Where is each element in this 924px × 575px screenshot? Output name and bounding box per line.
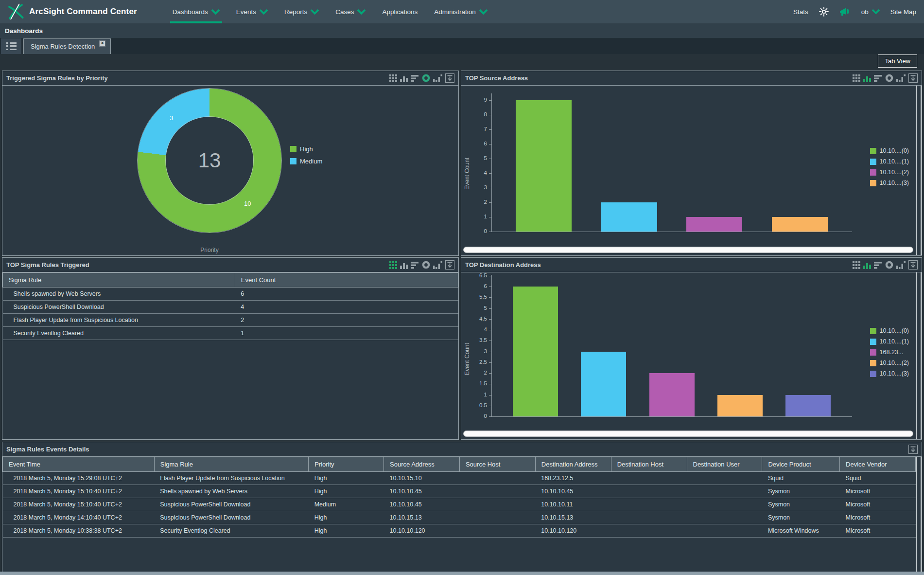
bar-chart-icon[interactable] [400, 261, 408, 269]
column-header[interactable]: Destination Address [535, 457, 611, 472]
stats-link[interactable]: Stats [793, 8, 808, 16]
collapse-arrow-icon[interactable] [908, 73, 918, 83]
table-cell: 10.10.15.10 [384, 472, 460, 485]
legend-label: 10.10....(2) [880, 169, 909, 176]
table-cell: Shells spawned by Web Servers [154, 485, 308, 498]
y-tick-mark [489, 308, 491, 309]
donut-legend: HighMedium [290, 145, 322, 165]
bar-10.10....(3)[interactable] [785, 395, 831, 417]
settings-sun-icon[interactable] [819, 7, 829, 17]
nav-item-dashboards[interactable]: Dashboards [164, 0, 228, 23]
combo-chart-icon[interactable] [433, 261, 442, 269]
bar-10.10....(1)[interactable] [581, 352, 626, 417]
bar-10.10....(2)[interactable] [686, 217, 742, 232]
grid-view-icon[interactable] [853, 74, 860, 82]
collapse-arrow-icon[interactable] [445, 73, 454, 83]
bar-168.23...[interactable] [649, 373, 695, 416]
y-tick-mark [489, 202, 491, 203]
vertical-scrollbar[interactable] [916, 86, 922, 255]
column-header[interactable]: Sigma Rule [154, 457, 308, 472]
legend-item: 168.23... [870, 349, 909, 356]
table-cell: High [309, 511, 384, 524]
nav-item-reports[interactable]: Reports [276, 0, 327, 23]
app-root: ArcSight Command Center DashboardsEvents… [0, 0, 924, 575]
donut-chart-icon[interactable] [885, 74, 893, 82]
table-row[interactable]: Shells spawned by Web Servers6 [3, 288, 458, 301]
column-header[interactable]: Source Address [384, 457, 460, 472]
collapse-arrow-icon[interactable] [445, 260, 454, 270]
horizontal-scrollbar[interactable] [463, 431, 913, 437]
donut-ring[interactable]: 13103 [138, 89, 281, 233]
column-header[interactable]: Source Host [459, 457, 535, 472]
column-header[interactable]: Device Vendor [840, 457, 916, 472]
table-cell: 168.23.12.5 [535, 472, 611, 485]
nav-item-administration[interactable]: Administration [426, 0, 496, 23]
table-row[interactable]: 2018 March 5, Monday 15:10:40 UTC+2Suspi… [3, 498, 916, 511]
bar-chart-icon[interactable] [863, 74, 871, 82]
hbar-chart-icon[interactable] [411, 261, 419, 269]
nav-item-label: Dashboards [173, 8, 208, 16]
y-tick-mark [489, 287, 491, 287]
tab-view-button[interactable]: Tab View [878, 54, 917, 68]
y-tick-mark [489, 384, 491, 384]
y-tick-label: 5 [461, 305, 487, 311]
combo-chart-icon[interactable] [433, 74, 442, 82]
y-tick-label: 6 [461, 141, 487, 146]
tab-sigma-rules-detection[interactable]: Sigma Rules Detection × [23, 38, 111, 54]
table-row[interactable]: 2018 March 5, Monday 15:29:08 UTC+2Flash… [3, 472, 916, 485]
grid-view-icon[interactable] [389, 74, 397, 82]
table-header-row: Event TimeSigma RulePrioritySource Addre… [3, 457, 916, 472]
collapse-arrow-icon[interactable] [908, 445, 918, 454]
table-row[interactable]: 2018 March 5, Monday 14:10:40 UTC+2Suspi… [3, 511, 916, 524]
donut-chart-icon[interactable] [422, 261, 430, 269]
table-cell: High [309, 524, 384, 538]
donut-chart-icon[interactable] [422, 74, 430, 82]
combo-chart-icon[interactable] [896, 261, 906, 269]
legend-label: Medium [300, 158, 322, 165]
column-header[interactable]: Priority [309, 457, 384, 472]
donut-chart-icon[interactable] [885, 261, 893, 269]
table-cell: 2018 March 5, Monday 15:10:40 UTC+2 [3, 485, 155, 498]
grid-view-icon[interactable] [853, 261, 860, 269]
bar-10.10....(0)[interactable] [513, 287, 558, 416]
bar-legend: 10.10....(0)10.10....(1)10.10....(2)10.1… [870, 86, 909, 248]
site-map-link[interactable]: Site Map [890, 8, 916, 16]
user-menu[interactable]: ob [861, 8, 880, 16]
bar-10.10....(0)[interactable] [516, 100, 572, 232]
hbar-chart-icon[interactable] [874, 261, 882, 269]
nav-item-cases[interactable]: Cases [327, 0, 374, 23]
table-row[interactable]: Security Eventlog Cleared1 [3, 327, 458, 340]
bar-chart-icon[interactable] [863, 261, 871, 269]
horizontal-scrollbar[interactable] [463, 247, 913, 253]
column-header[interactable]: Device Product [762, 457, 840, 472]
y-tick-mark [489, 352, 491, 352]
nav-item-label: Applications [382, 8, 418, 16]
column-header[interactable]: Destination Host [611, 457, 687, 472]
hbar-chart-icon[interactable] [874, 74, 882, 82]
y-tick-label: 1 [461, 392, 487, 397]
nav-item-events[interactable]: Events [228, 0, 276, 23]
page-horizontal-scrollbar[interactable] [0, 572, 924, 575]
bar-10.10....(2)[interactable] [717, 395, 763, 417]
combo-chart-icon[interactable] [896, 74, 906, 82]
table-row[interactable]: 2018 March 5, Monday 10:38:38 UTC+2Secur… [3, 524, 916, 538]
tab-close-icon[interactable]: × [99, 40, 105, 47]
grid-view-icon[interactable] [389, 261, 397, 269]
tab-list-button[interactable] [1, 38, 21, 54]
table-row[interactable]: Suspicious PowerShell Download4 [3, 301, 458, 314]
table-row[interactable]: 2018 March 5, Monday 15:10:40 UTC+2Shell… [3, 485, 916, 498]
hbar-chart-icon[interactable] [411, 74, 419, 82]
announcements-megaphone-icon[interactable] [839, 8, 851, 16]
vertical-scrollbar[interactable] [916, 457, 922, 572]
table-row[interactable]: Flash Player Update from Suspicious Loca… [3, 314, 458, 327]
column-header[interactable]: Sigma Rule [3, 273, 235, 288]
column-header[interactable]: Event Count [235, 273, 458, 288]
vertical-scrollbar[interactable] [916, 272, 922, 439]
bar-chart-icon[interactable] [400, 74, 408, 82]
column-header[interactable]: Event Time [3, 457, 155, 472]
bar-10.10....(1)[interactable] [601, 202, 657, 232]
nav-item-applications[interactable]: Applications [374, 0, 426, 23]
collapse-arrow-icon[interactable] [908, 260, 918, 270]
column-header[interactable]: Destination User [687, 457, 762, 472]
bar-10.10....(3)[interactable] [772, 217, 828, 232]
